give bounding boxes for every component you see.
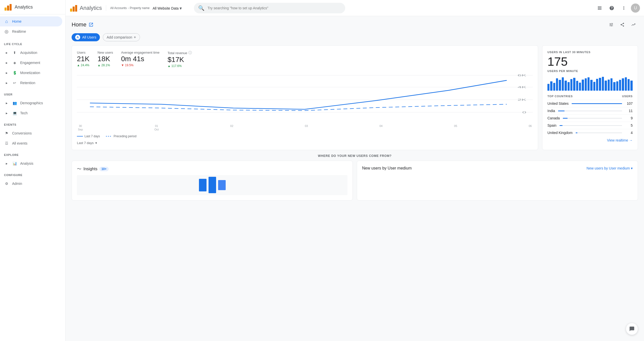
property-selector[interactable]: All Website Data ▾: [153, 6, 182, 11]
sidebar-item-admin[interactable]: ⚙ Admin: [0, 179, 62, 189]
realtime-per-minute-label: Users per minute: [547, 70, 633, 73]
search-input[interactable]: [208, 6, 341, 10]
country-bar-1: [558, 111, 564, 111]
x-axis: 30Sep 01Oct 02 03 04 05 06: [77, 124, 533, 131]
help-icon-button[interactable]: [607, 3, 617, 13]
breadcrumb-separator: ›: [128, 6, 129, 10]
country-count-2: 9: [625, 116, 633, 120]
main-content: Analytics All Accounts › Property name A…: [66, 0, 644, 341]
top-header: Analytics All Accounts › Property name A…: [66, 0, 644, 16]
new-users-dropdown[interactable]: New users by User medium ▾: [587, 166, 633, 170]
breadcrumb-property[interactable]: Property name: [130, 6, 150, 10]
sidebar-item-all-events[interactable]: ☲ All events: [0, 138, 62, 148]
sidebar-item-analysis-label: Analysis: [20, 161, 33, 165]
country-bar-wrap-0: [572, 103, 622, 104]
sidebar-item-tech-label: Tech: [20, 111, 28, 115]
period-selector[interactable]: Last 7 days ▾: [77, 141, 533, 145]
sidebar-item-home[interactable]: ⌂ Home: [0, 16, 62, 26]
metric-engagement-change: ▼ 19.5%: [121, 63, 159, 67]
sidebar-item-acquisition[interactable]: ▸ ⬆ Acquisition: [0, 48, 65, 58]
metric-users-change: ▲ 24.4%: [77, 63, 90, 67]
more-options-button[interactable]: [619, 3, 629, 13]
country-bar-4: [576, 132, 577, 133]
legend-preceding: Preceding period: [106, 134, 136, 138]
insight-bar-3: [218, 180, 226, 190]
insight-bar-1: [199, 179, 207, 191]
country-bar-2: [563, 118, 568, 119]
search-bar[interactable]: 🔍: [194, 3, 345, 13]
mini-bar-18: [599, 78, 601, 91]
customize-icon: [609, 22, 613, 27]
sidebar-item-demographics[interactable]: ▸ 👥 Demographics: [0, 98, 65, 108]
mini-bar-11: [579, 83, 581, 91]
compare-button[interactable]: [629, 20, 638, 29]
where-section-label: Where do your new users come from?: [72, 154, 638, 158]
insights-card: 〜 Insights 10+: [72, 161, 353, 200]
insights-badge: 10+: [99, 167, 108, 171]
customize-report-button[interactable]: [607, 20, 616, 29]
mini-bar-16: [593, 82, 595, 91]
sidebar-item-analysis[interactable]: ▸ 📊 Analysis: [0, 158, 65, 168]
page-title-row: Home: [72, 21, 94, 28]
sidebar-item-tech[interactable]: ▸ 💻 Tech: [0, 108, 65, 118]
view-realtime-link[interactable]: View realtime →: [547, 138, 633, 142]
sidebar-item-engagement-label: Engagement: [20, 61, 40, 65]
page-title-link-icon[interactable]: [89, 22, 94, 27]
breadcrumb: All Accounts › Property name All Website…: [106, 5, 182, 11]
more-vert-icon: [621, 6, 626, 11]
page-title: Home: [72, 21, 86, 28]
sidebar-item-engagement[interactable]: ▸ ◈ Engagement: [0, 58, 65, 68]
where-section-label-container: Where do your new users come from?: [72, 154, 638, 158]
mini-bar-3: [556, 78, 558, 91]
sidebar-item-retention[interactable]: ▸ ↩ Retention: [0, 78, 65, 88]
realtime-icon: ◎: [4, 29, 9, 34]
home-icon: ⌂: [4, 19, 9, 24]
metric-engagement-label: Average engagement time: [121, 51, 159, 54]
grid-icon-button[interactable]: [595, 3, 605, 13]
metric-revenue-value: $17K: [168, 56, 192, 64]
country-name-4: United Kingdom: [547, 131, 573, 135]
new-users-dropdown-label: New users by User medium: [587, 166, 630, 170]
country-bar-3: [560, 125, 563, 126]
arrow-right-icon: →: [629, 138, 633, 142]
metric-new-users: New users 18K ▲ 28.1%: [98, 51, 113, 68]
mini-bar-27: [625, 77, 627, 91]
country-row: India 11: [547, 107, 633, 114]
metric-engagement-value: 0m 41s: [121, 55, 159, 63]
realtime-count: 175: [547, 55, 633, 69]
mini-bar-12: [582, 80, 584, 91]
sidebar-item-home-label: Home: [12, 19, 21, 23]
x-label-5: 05: [454, 124, 457, 131]
revenue-info-icon[interactable]: ⓘ: [188, 51, 192, 55]
user-avatar[interactable]: U: [631, 4, 640, 13]
mini-bar-6: [565, 81, 567, 91]
country-name-1: India: [547, 109, 555, 113]
add-comparison-plus-icon: +: [134, 35, 136, 40]
chart-legend: Last 7 days Preceding period: [77, 134, 533, 138]
all-users-label: All Users: [82, 35, 96, 39]
breadcrumb-account[interactable]: All Accounts: [110, 6, 127, 10]
sidebar-item-realtime[interactable]: ◎ Realtime: [0, 26, 62, 37]
new-users-card: New users by User medium New users by Us…: [357, 161, 638, 200]
add-comparison-button[interactable]: Add comparison +: [103, 33, 140, 41]
insights-title: Insights: [83, 167, 97, 171]
all-users-chip[interactable]: A All Users: [72, 33, 100, 41]
country-row: United States 107: [547, 100, 633, 107]
svg-rect-0: [5, 8, 7, 11]
country-bar-wrap-2: [563, 118, 622, 119]
metric-users-label: Users: [77, 51, 90, 54]
search-icon: 🔍: [198, 5, 204, 11]
share-button[interactable]: [618, 20, 627, 29]
expand-icon-acquisition: ▸: [4, 50, 9, 55]
demographics-icon: 👥: [12, 100, 17, 106]
x-label-6: 06: [529, 124, 532, 131]
country-name-3: Spain: [547, 123, 557, 127]
sidebar-item-demographics-label: Demographics: [20, 101, 43, 105]
chat-fab-button[interactable]: [626, 323, 638, 335]
sidebar-item-admin-label: Admin: [12, 182, 22, 186]
content-area: Home A: [66, 16, 644, 341]
sidebar-item-monetization[interactable]: ▸ 💲 Monetization: [0, 68, 65, 78]
help-icon: [609, 6, 614, 11]
sidebar-item-conversions[interactable]: ⚑ Conversions: [0, 128, 62, 138]
realtime-card: Users in last 30 minutes 175 Users per m…: [542, 45, 638, 150]
